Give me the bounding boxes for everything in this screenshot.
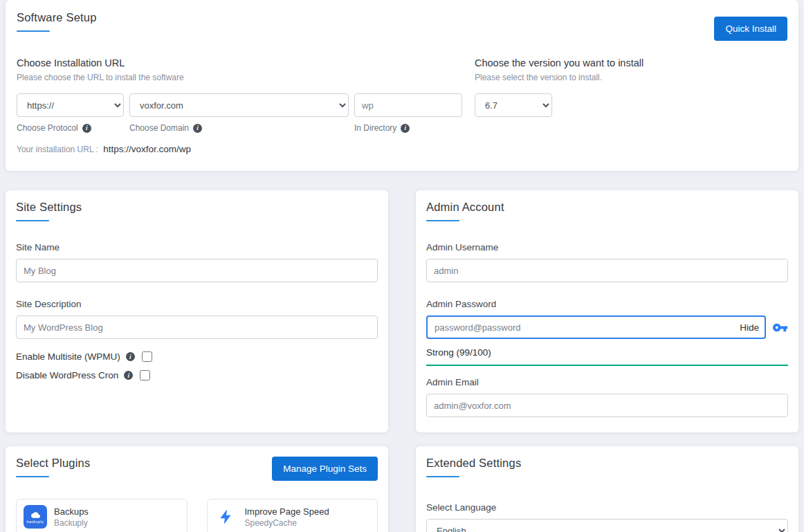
plugin-name: Improve Page Speed xyxy=(245,506,329,517)
version-select[interactable]: 6.7 xyxy=(475,93,552,117)
plugin-name: Backups xyxy=(54,506,89,517)
domain-label: Choose Domain xyxy=(129,123,189,133)
multisite-checkbox[interactable] xyxy=(142,351,152,362)
speedycache-icon xyxy=(214,505,238,529)
installation-url-heading: Choose Installation URL xyxy=(17,57,475,68)
directory-input[interactable] xyxy=(354,93,462,117)
site-description-label: Site Description xyxy=(16,299,378,309)
extended-settings-card: Extended Settings Select Language Englis… xyxy=(416,446,798,532)
select-plugins-title: Select Plugins xyxy=(16,457,90,470)
software-setup-title: Software Setup xyxy=(17,11,97,24)
software-setup-header: Software Setup Quick Install xyxy=(17,11,787,41)
cron-checkbox[interactable] xyxy=(140,370,150,380)
site-name-input[interactable] xyxy=(16,259,378,282)
admin-password-input[interactable] xyxy=(426,315,766,339)
title-underline xyxy=(16,220,49,221)
installation-url-value: https://voxfor.com/wp xyxy=(103,144,191,154)
generate-password-key-icon[interactable] xyxy=(772,320,788,336)
installation-url-subheading: Please choose the URL to install the sof… xyxy=(17,73,475,82)
plugin-vendor: SpeedyCache xyxy=(245,518,329,528)
site-settings-card: Site Settings Site Name Site Description… xyxy=(6,190,388,432)
language-select[interactable]: English xyxy=(426,519,788,532)
admin-password-label: Admin Password xyxy=(426,299,788,309)
installation-url-preview: Your installation URL : https://voxfor.c… xyxy=(17,144,475,154)
password-strength: Strong (99/100) xyxy=(426,347,788,366)
manage-plugin-sets-button[interactable]: Manage Plugin Sets xyxy=(272,457,378,481)
software-setup-card: Software Setup Quick Install Choose Inst… xyxy=(6,0,798,171)
select-plugins-card: Select Plugins Manage Plugin Sets backup… xyxy=(6,446,388,532)
multisite-label: Enable Multisite (WPMU) xyxy=(16,351,120,362)
installation-url-section: Choose Installation URL Please choose th… xyxy=(17,57,475,154)
quick-install-button[interactable]: Quick Install xyxy=(714,17,787,41)
multisite-info-icon[interactable] xyxy=(126,352,135,361)
admin-email-label: Admin Email xyxy=(426,377,788,387)
domain-info-icon[interactable] xyxy=(193,124,202,133)
protocol-label: Choose Protocol xyxy=(17,123,78,133)
protocol-info-icon[interactable] xyxy=(82,124,91,133)
site-settings-title: Site Settings xyxy=(16,201,378,214)
select-language-label: Select Language xyxy=(426,502,788,513)
installation-url-prefix: Your installation URL : xyxy=(17,145,98,154)
title-underline xyxy=(426,220,459,221)
admin-username-label: Admin Username xyxy=(426,242,788,253)
site-description-input[interactable] xyxy=(16,315,378,339)
site-name-label: Site Name xyxy=(16,242,378,253)
admin-username-input[interactable] xyxy=(426,259,788,282)
cron-info-icon[interactable] xyxy=(124,371,133,380)
plugin-vendor: Backuply xyxy=(54,518,89,528)
version-section: Choose the version you want to install P… xyxy=(475,57,787,154)
version-heading: Choose the version you want to install xyxy=(475,57,787,68)
admin-email-input[interactable] xyxy=(426,394,788,417)
title-underline xyxy=(17,30,50,32)
install-page: Software Setup Quick Install Choose Inst… xyxy=(0,0,804,532)
directory-label: In Directory xyxy=(354,123,396,133)
cron-label: Disable WordPress Cron xyxy=(16,370,118,380)
hide-password-toggle[interactable]: Hide xyxy=(737,322,759,333)
plugin-tile-speedycache[interactable]: Improve Page Speed SpeedyCache xyxy=(207,499,378,532)
directory-info-icon[interactable] xyxy=(401,124,410,133)
backuply-icon: backuply xyxy=(24,505,47,529)
password-strength-bar xyxy=(426,365,788,366)
extended-settings-title: Extended Settings xyxy=(426,457,788,470)
domain-select[interactable]: voxfor.com xyxy=(129,93,349,117)
title-underline xyxy=(426,476,459,477)
title-underline xyxy=(16,476,49,477)
version-subheading: Please select the version to install. xyxy=(475,73,787,82)
plugin-tile-backuply[interactable]: backuply Backups Backuply xyxy=(16,499,188,532)
admin-account-card: Admin Account Admin Username Admin Passw… xyxy=(416,190,798,432)
protocol-select[interactable]: https:// xyxy=(17,93,124,117)
admin-account-title: Admin Account xyxy=(426,201,788,214)
password-strength-text: Strong (99/100) xyxy=(426,347,788,358)
